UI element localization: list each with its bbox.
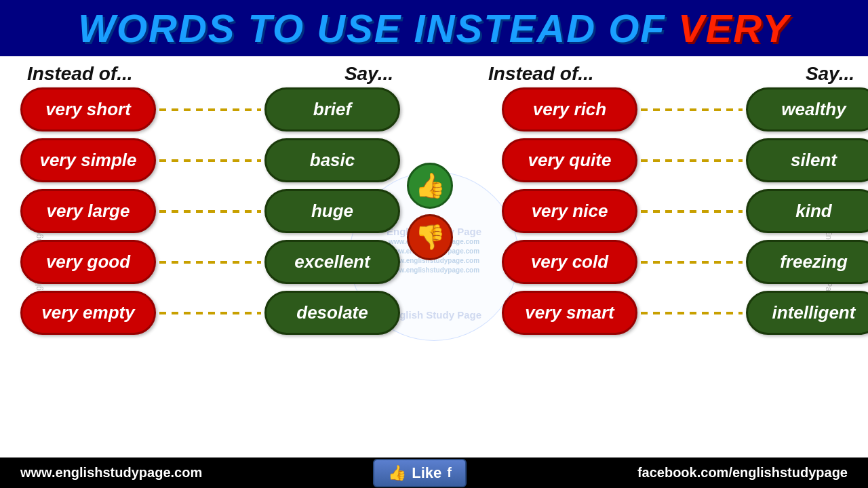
left-instead-4: very good: [20, 240, 156, 284]
right-pair-2: very quite silent: [502, 138, 868, 182]
dotted-line-5: [159, 312, 261, 314]
pairs-container: very short brief very simple basic very …: [20, 87, 848, 335]
left-headers: Instead of... Say...: [20, 63, 400, 85]
right-pair-4: very cold freezing: [502, 240, 868, 284]
main-title: WORDS TO USE INSTEAD OF VERY: [14, 5, 854, 51]
right-instead-5: very smart: [502, 291, 637, 335]
facebook-f-icon: f: [447, 465, 452, 481]
right-pair-3: very nice kind: [502, 189, 868, 233]
right-headers: Instead of... Say...: [481, 63, 861, 85]
left-instead-5: very empty: [20, 291, 156, 335]
right-dotted-line-3: [641, 210, 743, 213]
right-say-1: wealthy: [746, 87, 868, 131]
right-say-5: intelligent: [746, 291, 868, 335]
thumbs-up-footer-icon: 👍: [388, 464, 406, 482]
right-instead-header: Instead of...: [488, 63, 594, 85]
left-instead-header: Instead of...: [27, 63, 133, 85]
dotted-line-1: [159, 108, 261, 111]
left-pair-3: very large huge: [20, 189, 400, 233]
right-dotted-line-1: [641, 108, 743, 111]
header: WORDS TO USE INSTEAD OF VERY: [0, 0, 868, 56]
dotted-line-4: [159, 261, 261, 264]
left-say-3: huge: [264, 189, 400, 233]
footer-facebook: facebook.com/englishstudypage: [637, 465, 848, 481]
left-section: very short brief very simple basic very …: [20, 87, 400, 335]
left-say-2: basic: [264, 138, 400, 182]
center-icons: 👍 👎: [407, 163, 453, 260]
title-blue: WORDS TO USE INSTEAD OF: [78, 6, 678, 50]
footer: www.englishstudypage.com 👍 Like f facebo…: [0, 458, 868, 488]
dotted-line-2: [159, 159, 261, 162]
right-say-2: silent: [746, 138, 868, 182]
left-pair-4: very good excellent: [20, 240, 400, 284]
like-button[interactable]: 👍 Like f: [373, 459, 467, 487]
left-say-header: Say...: [344, 63, 393, 85]
right-say-3: kind: [746, 189, 868, 233]
column-headers: Instead of... Say... Instead of... Say..…: [20, 56, 848, 87]
like-label: Like: [412, 464, 441, 482]
dotted-line-3: [159, 210, 261, 213]
right-dotted-line-5: [641, 312, 743, 314]
left-say-4: excellent: [264, 240, 400, 284]
title-red: VERY: [678, 6, 790, 50]
main-content: English Study Page English Study Page En…: [0, 56, 868, 473]
right-dotted-line-4: [641, 261, 743, 264]
right-dotted-line-2: [641, 159, 743, 162]
thumbs-up-icon: 👍: [407, 163, 453, 209]
left-instead-2: very simple: [20, 138, 156, 182]
left-instead-3: very large: [20, 189, 156, 233]
right-say-4: freezing: [746, 240, 868, 284]
left-instead-1: very short: [20, 87, 156, 131]
right-instead-1: very rich: [502, 87, 637, 131]
right-section: very rich wealthy very quite silent very…: [502, 87, 868, 335]
right-say-header: Say...: [806, 63, 854, 85]
left-pair-2: very simple basic: [20, 138, 400, 182]
footer-website: www.englishstudypage.com: [20, 465, 202, 481]
left-say-1: brief: [264, 87, 400, 131]
right-instead-2: very quite: [502, 138, 637, 182]
left-say-5: desolate: [264, 291, 400, 335]
right-instead-4: very cold: [502, 240, 637, 284]
right-instead-3: very nice: [502, 189, 637, 233]
right-pair-1: very rich wealthy: [502, 87, 868, 131]
right-pair-5: very smart intelligent: [502, 291, 868, 335]
left-pair-1: very short brief: [20, 87, 400, 131]
left-pair-5: very empty desolate: [20, 291, 400, 335]
thumbs-down-icon: 👎: [407, 214, 453, 260]
